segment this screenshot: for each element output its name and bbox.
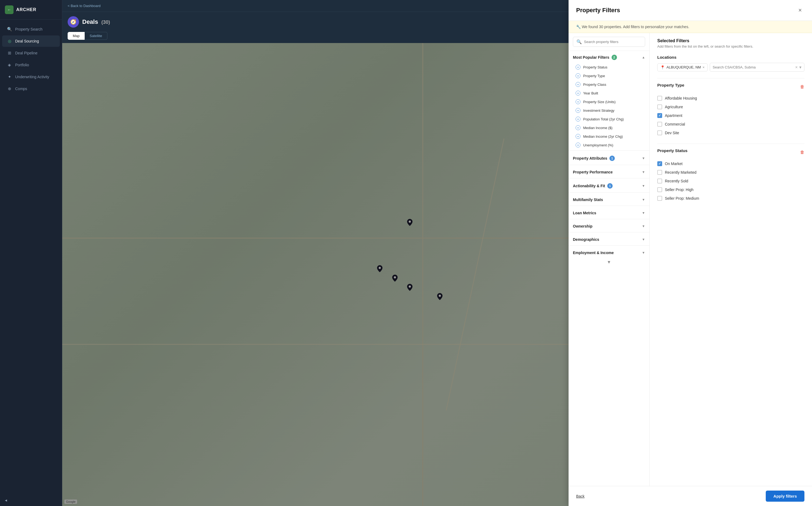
checkbox-apartment[interactable]: Apartment <box>657 111 804 120</box>
filter-item-investment-strategy[interactable]: + Investment Strategy <box>569 106 649 115</box>
sidebar-item-label: Underwriting Activity <box>15 75 49 79</box>
location-search: × ▾ <box>710 63 804 72</box>
sidebar-item-label: Portfolio <box>15 63 29 67</box>
checkbox-on-market[interactable]: On Market <box>657 159 804 168</box>
property-type-delete-button[interactable]: 🗑 <box>800 84 804 89</box>
filter-group-header-most-popular[interactable]: Most Popular Filters 2 ▲ <box>569 51 649 63</box>
checkbox-apartment-input[interactable] <box>657 113 662 118</box>
sidebar-item-comps[interactable]: ⊕ Comps <box>2 83 60 94</box>
dropdown-icon[interactable]: ▾ <box>799 65 801 70</box>
property-status-delete-button[interactable]: 🗑 <box>800 150 804 155</box>
back-to-dashboard-link[interactable]: < Back to Dashboard <box>68 4 101 8</box>
filter-group-header-property-attributes[interactable]: Property Attributes 1 ▼ <box>569 152 649 164</box>
tab-map[interactable]: Map <box>68 32 85 40</box>
filter-item-property-size[interactable]: + Property Size (Units) <box>569 97 649 106</box>
sidebar-nav: 🔍 Property Search ◎ Deal Sourcing ⊞ Deal… <box>0 20 62 494</box>
sidebar-item-deal-pipeline[interactable]: ⊞ Deal Pipeline <box>2 47 60 59</box>
sidebar-item-label: Comps <box>15 87 27 91</box>
location-search-input[interactable] <box>713 65 794 69</box>
location-pin-icon: 📍 <box>660 65 665 70</box>
checkbox-agriculture[interactable]: Agriculture <box>657 102 804 111</box>
checkbox-on-market-input[interactable] <box>657 161 662 166</box>
sidebar-item-deal-sourcing[interactable]: ◎ Deal Sourcing <box>2 35 60 47</box>
checkbox-commercial-input[interactable] <box>657 122 662 126</box>
checkbox-recently-sold-input[interactable] <box>657 179 662 183</box>
filter-item-property-class[interactable]: + Property Class <box>569 80 649 89</box>
filter-group-multifamily-stats: Multifamily Stats ▼ <box>569 194 649 204</box>
filter-item-year-built[interactable]: + Year Built <box>569 89 649 97</box>
add-icon: + <box>576 99 581 104</box>
sidebar-item-label: Property Search <box>15 27 42 31</box>
filter-group-property-attributes: Property Attributes 1 ▼ <box>569 152 649 164</box>
filter-item-unemployment[interactable]: + Unemployment (%) <box>569 141 649 149</box>
filter-group-header-multifamily-stats[interactable]: Multifamily Stats ▼ <box>569 194 649 204</box>
comps-icon: ⊕ <box>7 86 12 91</box>
filter-group-ownership: Ownership ▼ <box>569 220 649 231</box>
search-icon: 🔍 <box>577 39 582 45</box>
filter-items-most-popular: + Property Status + Property Type + Prop… <box>569 63 649 149</box>
filter-group-header-ownership[interactable]: Ownership ▼ <box>569 220 649 231</box>
checkbox-seller-prop-high-input[interactable] <box>657 187 662 192</box>
checkbox-seller-prop-medium[interactable]: Seller Prop: Medium <box>657 194 804 203</box>
location-input-row: 📍 ALBUQUERQUE, NM × × ▾ <box>657 63 804 72</box>
checkbox-dev-site-input[interactable] <box>657 131 662 135</box>
search-icon: 🔍 <box>7 27 12 32</box>
checkbox-affordable-housing[interactable]: Affordable Housing <box>657 94 804 102</box>
property-type-options: Affordable Housing Agriculture Apartment… <box>657 94 804 137</box>
filter-group-header-demographics[interactable]: Demographics ▼ <box>569 234 649 244</box>
add-icon: + <box>576 73 581 78</box>
checkbox-seller-prop-medium-input[interactable] <box>657 196 662 201</box>
logo-icon: ← <box>5 5 13 14</box>
tab-satellite[interactable]: Satellite <box>85 32 107 40</box>
filter-group-header-property-performance[interactable]: Property Performance ▼ <box>569 166 649 177</box>
clear-search-icon[interactable]: × <box>795 65 798 70</box>
add-icon: + <box>576 91 581 95</box>
modal-close-button[interactable]: × <box>796 6 804 15</box>
sidebar-item-portfolio[interactable]: ◈ Portfolio <box>2 59 60 71</box>
location-chip-remove-button[interactable]: × <box>702 65 705 69</box>
filter-group-header-loan-metrics[interactable]: Loan Metrics ▼ <box>569 207 649 218</box>
deals-title: Deals (30) <box>82 18 110 25</box>
checkbox-seller-prop-high[interactable]: Seller Prop: High <box>657 185 804 194</box>
filter-item-median-income-chg[interactable]: + Median Income (2yr Chg) <box>569 132 649 141</box>
apply-filters-button[interactable]: Apply filters <box>766 491 804 502</box>
search-input[interactable] <box>584 40 641 44</box>
add-icon: + <box>576 125 581 130</box>
location-chip: 📍 ALBUQUERQUE, NM × <box>657 63 708 71</box>
add-icon: + <box>576 65 581 70</box>
pipeline-icon: ⊞ <box>7 51 12 56</box>
checkbox-dev-site[interactable]: Dev Site <box>657 129 804 137</box>
filter-group-most-popular: Most Popular Filters 2 ▲ + Property Stat… <box>569 51 649 149</box>
more-filters-chevron[interactable]: ▼ <box>569 258 649 267</box>
add-icon: + <box>576 82 581 87</box>
filter-group-header-employment-income[interactable]: Employment & Income ▼ <box>569 247 649 258</box>
modal-title: Property Filters <box>576 7 620 14</box>
filter-item-population-total[interactable]: + Population Total (2yr Chg) <box>569 115 649 123</box>
filter-item-median-income[interactable]: + Median Income ($) <box>569 123 649 132</box>
sidebar-collapse-button[interactable]: ◂ <box>0 494 62 506</box>
selected-filters-panel: Selected Filters Add filters from the li… <box>650 33 812 486</box>
back-button[interactable]: Back <box>576 494 585 498</box>
sidebar-item-underwriting-activity[interactable]: ✦ Underwriting Activity <box>2 71 60 83</box>
deals-icon: 🧭 <box>68 16 79 27</box>
property-status-section: Property Status 🗑 On Market Recently Mar… <box>657 148 804 203</box>
checkbox-agriculture-input[interactable] <box>657 104 662 109</box>
checkbox-recently-marketed-input[interactable] <box>657 170 662 175</box>
app-logo: ← ARCHER <box>0 0 62 20</box>
property-status-label: Property Status <box>657 148 688 153</box>
chevron-up-icon: ▲ <box>642 56 645 59</box>
checkbox-recently-marketed[interactable]: Recently Marketed <box>657 168 804 177</box>
filter-group-header-actionability-fit[interactable]: Actionability & Fit 1 ▼ <box>569 179 649 191</box>
checkbox-recently-sold[interactable]: Recently Sold <box>657 177 804 185</box>
chevron-down-icon: ▼ <box>642 224 645 228</box>
checkbox-commercial[interactable]: Commercial <box>657 120 804 129</box>
sidebar-item-property-search[interactable]: 🔍 Property Search <box>2 23 60 35</box>
chevron-down-icon: ▼ <box>642 156 645 160</box>
checkbox-affordable-housing-input[interactable] <box>657 96 662 101</box>
filter-item-property-type[interactable]: + Property Type <box>569 71 649 80</box>
filter-item-property-status[interactable]: + Property Status <box>569 63 649 71</box>
add-icon: + <box>576 134 581 139</box>
search-box: 🔍 <box>573 37 645 47</box>
filter-group-demographics: Demographics ▼ <box>569 234 649 244</box>
add-icon: + <box>576 108 581 113</box>
